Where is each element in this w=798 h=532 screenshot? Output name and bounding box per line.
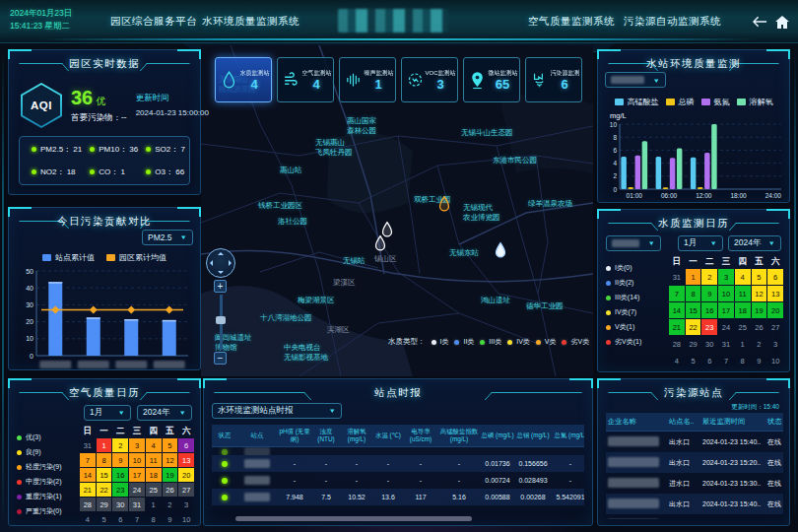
station-port-cell: 进水口 — [669, 479, 702, 489]
legend-swatch — [606, 340, 611, 345]
table-cell: - — [277, 477, 312, 484]
calendar-day: 8 — [97, 453, 112, 467]
table-row[interactable]: 出水口2024-01-23 15:20..在线 — [606, 452, 783, 473]
station-filter-location-pin[interactable]: 微站监测站65 — [463, 57, 520, 102]
panel-contribution-chart: 今日污染贡献对比 PM2.5▼ 站点累计值园区累计均值 01020304050 — [8, 207, 201, 370]
redacted-text — [244, 447, 270, 455]
calendar-day: 9 — [752, 353, 767, 368]
table-row[interactable]: 进水口2024-01-23 15:40..在线 — [606, 514, 783, 519]
map-legend-item: V类 — [536, 337, 557, 347]
calendar-day: 15 — [97, 468, 112, 482]
label-line: 梁溪区 — [333, 278, 356, 288]
map-poi-label: 梅梁湖景区 — [298, 296, 335, 305]
legend-swatch — [42, 254, 51, 261]
station-filter-noise-wave[interactable]: 噪声监测站1 — [339, 57, 396, 102]
calendar-day: 10 — [178, 512, 194, 526]
pan-up-arrow-icon[interactable] — [218, 252, 224, 255]
calendar-day: 21 — [669, 319, 685, 335]
contribution-bar-chart: 01020304050 — [17, 265, 194, 375]
water-chart-legend-item: 总磷 — [666, 97, 695, 107]
calendar-day: 28 — [669, 336, 685, 352]
nav-tab-pollution-system[interactable]: 污染源自动监测系统 — [624, 15, 721, 29]
table-row[interactable]: 出水口2024-01-23 15:40..在线 — [606, 494, 783, 514]
legend-label: 良(9) — [26, 447, 41, 457]
nav-tab-park-platform[interactable]: 园区综合服务平台 — [110, 15, 197, 29]
calendar-day: 20 — [767, 302, 783, 318]
redacted-company-name — [608, 499, 669, 509]
table-row[interactable]: 出水口2024-01-23 15:40..在线 — [606, 432, 783, 452]
column-header: 状态 — [212, 432, 237, 439]
station-filter-wind[interactable]: 空气监测站4 — [277, 57, 334, 102]
redacted-text — [244, 476, 270, 485]
table-row[interactable]: 进水口2024-01-23 15:30..在线 — [606, 473, 783, 494]
table-row[interactable]: ------0.007240.028493-- — [212, 472, 584, 489]
year-dropdown[interactable]: 2024年▼ — [137, 405, 192, 421]
station-filter-water-drop[interactable]: 水质监测站4 — [215, 57, 272, 102]
water-station-marker-orange[interactable] — [438, 195, 451, 216]
zoom-in-button[interactable]: + — [214, 280, 227, 293]
water-station-marker-blue[interactable] — [495, 241, 507, 262]
station-button-text: 空气监测站4 — [301, 68, 331, 92]
map-poi-label: 无锡斗山生态园 — [461, 128, 513, 138]
horizontal-scrollbar[interactable] — [235, 516, 472, 521]
svg-text:4: 4 — [613, 160, 617, 166]
map-pan-control[interactable] — [206, 248, 235, 278]
station-selector-dropdown[interactable]: ▼ — [606, 235, 661, 251]
location-pin-icon — [469, 69, 486, 91]
map-poi-label: 鸿山遗址 — [481, 296, 510, 305]
station-type-label: 污染源监测 — [550, 69, 579, 78]
zoom-out-button[interactable]: − — [214, 352, 227, 365]
label-line: 森林公园 — [347, 126, 376, 136]
table-cell: - — [438, 477, 480, 484]
station-filter-voc-circle[interactable]: VOC监测站3 — [401, 57, 458, 102]
water-station-marker-white[interactable] — [374, 234, 387, 255]
pollutant-metric: CO： 1 — [82, 166, 138, 177]
table-row[interactable] — [212, 447, 584, 455]
table-cell: 0.00268 — [515, 494, 551, 500]
panel-air-calendar: 空气质量日历 1月▼ 2024年▼ 优(3)良(9)轻度污染(9)中度污染(2)… — [8, 378, 201, 526]
legend-swatch — [701, 99, 710, 105]
column-header: 状态 — [767, 417, 783, 427]
station-selector-dropdown[interactable]: ▼ — [605, 72, 666, 88]
pan-left-arrow-icon[interactable] — [210, 260, 213, 266]
pan-right-arrow-icon[interactable] — [229, 260, 232, 266]
chevron-down-icon: ▼ — [118, 409, 125, 416]
redacted-station-name — [237, 493, 277, 502]
label-line: 无锡现代 — [463, 203, 500, 213]
legend-swatch — [606, 266, 611, 271]
table-row[interactable]: 7.9487.510.5213.61175.160.005880.002685.… — [212, 489, 584, 505]
svg-text:8: 8 — [613, 134, 617, 141]
calendar-day: 10 — [767, 353, 783, 368]
panel-title: 水质监测日历 — [654, 217, 733, 231]
map-poi-label: 钱桥工业园区 — [258, 201, 302, 211]
calendar-day: 29 — [97, 498, 112, 511]
column-header: 站点名.. — [669, 417, 702, 427]
nav-tab-water-system[interactable]: 水环境质量监测系统 — [202, 15, 299, 29]
svg-text:6: 6 — [613, 147, 617, 154]
zoom-slider-handle[interactable] — [216, 316, 226, 324]
month-dropdown[interactable]: 1月▼ — [678, 235, 723, 251]
pollutant-metric: NO2： 18 — [24, 166, 82, 177]
table-row[interactable]: ------0.017360.156656-- — [212, 455, 584, 472]
table-cell: 7.5 — [312, 494, 340, 500]
legend-label: 站点累计值 — [55, 252, 95, 263]
back-arrow-icon[interactable] — [751, 13, 768, 31]
air-quality-legend-item: 良(9) — [17, 447, 76, 457]
map-container[interactable]: + − 水质类型： I类II类III类IV类V类劣V类 水质监测站4空气监测站4… — [201, 45, 593, 376]
station-count: 4 — [312, 78, 319, 92]
panel-park-realtime: 园区实时数据 AQI 36优 首要污染物：-- 更新时间 2024-01-23 … — [8, 49, 201, 195]
contribution-legend-item: 站点累计值 — [42, 252, 95, 263]
month-dropdown[interactable]: 1月▼ — [84, 405, 131, 421]
nav-tab-air-system[interactable]: 空气质量监测系统 — [528, 15, 615, 29]
calendar-day: 7 — [129, 512, 145, 526]
calendar-day: 2 — [701, 269, 717, 285]
calendar-day: 13 — [767, 286, 783, 301]
station-filter-pollution-outlet[interactable]: 污染源监测6 — [525, 57, 582, 102]
year-dropdown[interactable]: 2024年▼ — [728, 235, 781, 251]
pollutant-selector-dropdown[interactable]: PM2.5▼ — [142, 230, 193, 245]
report-type-dropdown[interactable]: 水环境监测站点时报▼ — [212, 403, 342, 419]
contribution-legend-item: 园区累计均值 — [106, 252, 166, 263]
home-icon[interactable] — [773, 13, 791, 31]
label-line: 梅梁湖景区 — [298, 296, 335, 305]
pan-down-arrow-icon[interactable] — [218, 271, 224, 274]
